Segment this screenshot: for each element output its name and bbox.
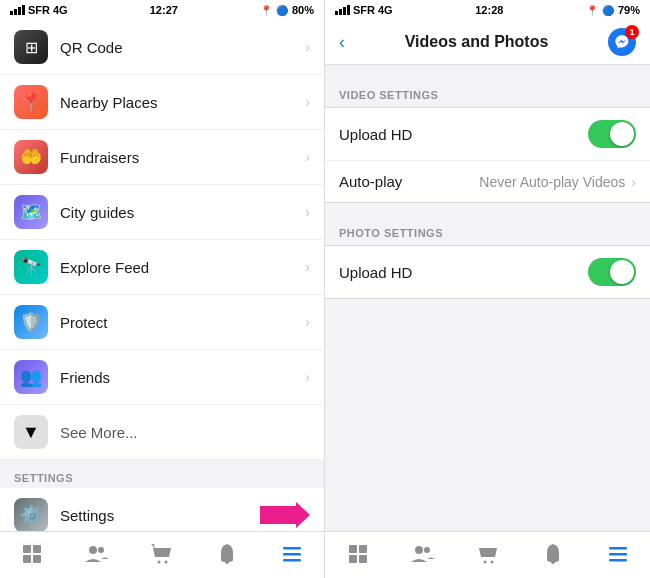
explore-feed-chevron: › [305,259,310,275]
svg-rect-19 [609,547,627,550]
svg-point-17 [483,561,486,564]
menu-item-qr-code[interactable]: ⊞ QR Code › [0,20,324,75]
city-guides-icon: 🗺️ [14,195,48,229]
svg-rect-1 [33,545,41,553]
settings-label: Settings [60,507,260,524]
nearby-label: Nearby Places [60,94,305,111]
left-status-left: SFR 4G [10,4,68,16]
video-settings-group: VIDEO SETTINGS Upload HD Auto-play Never… [325,83,650,203]
svg-rect-21 [609,559,627,562]
left-tab-friends[interactable] [79,540,115,568]
right-bottom-tab-bar [325,531,650,578]
svg-point-16 [424,547,430,553]
auto-play-label: Auto-play [339,173,479,190]
qr-code-chevron: › [305,39,310,55]
svg-point-4 [89,546,97,554]
left-tab-marketplace[interactable] [144,540,180,568]
photo-upload-hd-label: Upload HD [339,264,588,281]
explore-feed-icon: 🔭 [14,250,48,284]
menu-item-protect[interactable]: 🛡️ Protect › [0,295,324,350]
see-more-label: See More... [60,424,310,441]
auto-play-value: Never Auto-play Videos [479,174,625,190]
video-upload-hd-toggle[interactable] [588,120,636,148]
protect-chevron: › [305,314,310,330]
page-title: Videos and Photos [345,33,608,51]
svg-rect-10 [283,559,301,562]
fundraisers-label: Fundraisers [60,149,305,166]
left-panel: SFR 4G 12:27 📍 🔵 80% ⊞ QR Code › 📍 Nearb… [0,0,325,578]
photo-upload-hd-toggle[interactable] [588,258,636,286]
right-tab-notifications[interactable] [535,540,571,568]
right-bt-icon: 🔵 [602,5,614,16]
left-bottom-tab-bar [0,531,324,578]
protect-label: Protect [60,314,305,331]
svg-rect-2 [23,555,31,563]
svg-rect-14 [359,555,367,563]
photo-settings-body: Upload HD [325,245,650,299]
see-more-icon: ▼ [14,415,48,449]
settings-icon: ⚙️ [14,498,48,531]
friends-chevron: › [305,369,310,385]
svg-rect-8 [283,547,301,550]
messenger-badge: 1 [625,25,639,39]
qr-code-icon: ⊞ [14,30,48,64]
messenger-icon[interactable]: 1 [608,28,636,56]
left-tab-notifications[interactable] [209,540,245,568]
svg-rect-3 [33,555,41,563]
left-tab-menu[interactable] [274,540,310,568]
signal-bars [10,5,25,15]
settings-section-header: SETTINGS [0,460,324,488]
right-status-left: SFR 4G [335,4,393,16]
carrier-left: SFR [28,4,50,16]
right-tab-menu[interactable] [600,540,636,568]
fundraisers-icon: 🤲 [14,140,48,174]
nearby-icon: 📍 [14,85,48,119]
location-icon-left: 📍 [260,5,272,16]
right-content: VIDEO SETTINGS Upload HD Auto-play Never… [325,65,650,531]
svg-point-15 [415,546,423,554]
right-time: 12:28 [475,4,503,16]
right-signal-bars [335,5,350,15]
city-guides-label: City guides [60,204,305,221]
battery-left: 80% [292,4,314,16]
video-settings-body: Upload HD Auto-play Never Auto-play Vide… [325,107,650,203]
auto-play-row[interactable]: Auto-play Never Auto-play Videos › [325,161,650,202]
right-battery: 79% [618,4,640,16]
right-tab-marketplace[interactable] [470,540,506,568]
protect-icon: 🛡️ [14,305,48,339]
friends-label: Friends [60,369,305,386]
explore-feed-label: Explore Feed [60,259,305,276]
right-tab-home[interactable] [340,540,376,568]
right-network: 4G [378,4,393,16]
menu-item-nearby[interactable]: 📍 Nearby Places › [0,75,324,130]
left-status-right: 📍 🔵 80% [260,4,314,16]
time-left: 12:27 [150,4,178,16]
menu-item-city-guides[interactable]: 🗺️ City guides › [0,185,324,240]
right-panel: SFR 4G 12:28 📍 🔵 79% ‹ Videos and Photos… [325,0,650,578]
right-status-right: 📍 🔵 79% [586,4,640,16]
friends-icon: 👥 [14,360,48,394]
right-nav-header: ‹ Videos and Photos 1 [325,20,650,65]
right-tab-friends[interactable] [405,540,441,568]
svg-rect-12 [359,545,367,553]
menu-item-explore-feed[interactable]: 🔭 Explore Feed › [0,240,324,295]
video-settings-header: VIDEO SETTINGS [325,83,650,107]
svg-rect-9 [283,553,301,556]
svg-rect-20 [609,553,627,556]
photo-settings-header: PHOTO SETTINGS [325,221,650,245]
menu-item-settings[interactable]: ⚙️ Settings [0,488,324,531]
pink-arrow-indicator [260,502,310,528]
menu-item-see-more[interactable]: ▼ See More... [0,405,324,460]
city-guides-chevron: › [305,204,310,220]
menu-item-friends[interactable]: 👥 Friends › [0,350,324,405]
bluetooth-icon-left: 🔵 [276,5,288,16]
photo-upload-hd-row: Upload HD [325,246,650,298]
network-left: 4G [53,4,68,16]
menu-item-fundraisers[interactable]: 🤲 Fundraisers › [0,130,324,185]
svg-point-5 [98,547,104,553]
right-loc-icon: 📍 [586,5,598,16]
right-status-bar: SFR 4G 12:28 📍 🔵 79% [325,0,650,20]
svg-point-7 [164,561,167,564]
photo-settings-group: PHOTO SETTINGS Upload HD [325,221,650,299]
left-tab-home[interactable] [14,540,50,568]
